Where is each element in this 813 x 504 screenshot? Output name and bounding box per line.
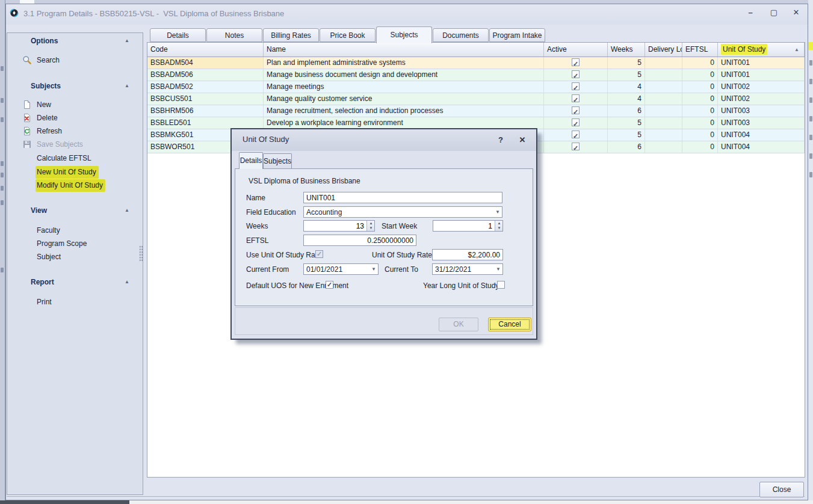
cell-name: Manage business document design and deve…	[264, 69, 544, 81]
cell-weeks: 5	[608, 129, 645, 141]
table-row[interactable]: BSBCUS501 Manage quality customer servic…	[147, 93, 805, 105]
cell-delivery-location	[645, 69, 682, 81]
eftsl-input[interactable]	[303, 235, 416, 246]
splitter-handle[interactable]	[139, 245, 143, 261]
active-checkbox[interactable]	[572, 82, 580, 90]
collapse-arrow-icon[interactable]: ▲	[123, 82, 131, 90]
close-button[interactable]: Close	[759, 482, 804, 497]
cell-eftsl: 0	[682, 141, 718, 153]
cell-eftsl: 0	[682, 81, 718, 93]
cell-code: BSBLED501	[147, 117, 264, 129]
dialog-tab-subjects[interactable]: Subjects	[263, 153, 292, 168]
weeks-stepper[interactable]	[303, 220, 375, 232]
default-uos-checkbox[interactable]	[326, 281, 333, 289]
sidebar-panel: Options ▲ Search Subjects ▲ New Delete	[7, 32, 143, 495]
section-header-options: Options	[31, 37, 58, 46]
cell-unit-of-study: UNIT002	[718, 93, 805, 105]
cell-weeks: 4	[608, 93, 645, 105]
screen: 3.1 Program Details - BSB50215-VSL - VSL…	[0, 0, 813, 504]
table-row[interactable]: BSBADM502 Manage meetings 4 0 UNIT002	[147, 81, 805, 93]
cell-active	[544, 129, 608, 141]
maximize-button[interactable]: ▢	[766, 7, 782, 19]
column-header-eftsl[interactable]: EFTSL	[682, 43, 718, 57]
table-header: Code Name Active Weeks Delivery Loca EFT…	[147, 43, 805, 57]
cell-delivery-location	[645, 141, 682, 153]
cell-unit-of-study: UNIT004	[718, 141, 805, 153]
highlighted-column-label: Unit Of Study	[721, 44, 767, 55]
tab-price-book[interactable]: Price Book	[320, 28, 376, 42]
dialog-titlebar: Unit Of Study ? ✕	[232, 129, 536, 151]
current-from-datepicker[interactable]: 01/01/2021 ▼	[303, 263, 379, 275]
table-row[interactable]: BSBLED501 Develop a workplace learning e…	[147, 117, 805, 129]
column-header-delivery-location[interactable]: Delivery Loca	[645, 43, 682, 57]
minimize-button[interactable]: –	[743, 7, 758, 19]
cell-weeks: 6	[608, 105, 645, 117]
save-icon	[22, 140, 32, 149]
column-header-code[interactable]: Code	[147, 43, 264, 57]
refresh-icon	[22, 126, 32, 136]
tab-details[interactable]: Details	[150, 28, 206, 42]
year-long-checkbox[interactable]	[497, 281, 505, 289]
active-checkbox[interactable]	[572, 58, 580, 66]
column-header-weeks[interactable]: Weeks	[608, 43, 645, 57]
field-education-dropdown[interactable]: Accounting ▼	[303, 206, 502, 218]
section-header-report: Report	[31, 278, 54, 287]
tab-notes[interactable]: Notes	[206, 28, 262, 42]
cell-active	[544, 93, 608, 105]
start-week-stepper[interactable]	[433, 220, 503, 232]
close-window-button[interactable]: ✕	[788, 7, 804, 19]
active-checkbox[interactable]	[572, 143, 580, 150]
window-titlebar: 3.1 Program Details - BSB50215-VSL - VSL…	[6, 4, 808, 25]
cell-unit-of-study: UNIT004	[718, 129, 805, 141]
cell-unit-of-study: UNIT003	[718, 105, 805, 117]
name-label: Name	[246, 193, 265, 203]
cell-code: BSBCUS501	[147, 93, 264, 105]
cell-unit-of-study: UNIT002	[718, 81, 805, 93]
active-checkbox[interactable]	[572, 94, 580, 102]
cell-delivery-location	[645, 93, 682, 105]
app-icon	[9, 8, 19, 18]
spinner-arrows-icon[interactable]	[495, 221, 502, 231]
tab-documents[interactable]: Documents	[433, 28, 489, 42]
active-checkbox[interactable]	[572, 106, 580, 114]
cell-name: Plan and implement administrative system…	[264, 57, 544, 69]
column-header-active[interactable]: Active	[544, 43, 608, 57]
spinner-arrows-icon[interactable]	[366, 221, 374, 231]
collapse-arrow-icon[interactable]: ▲	[123, 278, 131, 286]
table-row[interactable]: BSBADM506 Manage business document desig…	[147, 69, 805, 81]
cell-eftsl: 0	[682, 105, 718, 117]
section-header-subjects: Subjects	[31, 82, 61, 91]
current-from-label: Current From	[246, 265, 289, 274]
active-checkbox[interactable]	[572, 70, 580, 78]
program-name-label: VSL Diploma of Business Brisbane	[249, 176, 360, 186]
desktop-edge	[129, 500, 813, 504]
cell-code: BSBADM502	[147, 81, 264, 93]
rate-input[interactable]	[432, 249, 503, 260]
cell-eftsl: 0	[682, 129, 718, 141]
current-to-label: Current To	[385, 265, 418, 274]
tab-program-intake[interactable]: Program Intake	[489, 28, 545, 42]
column-header-name[interactable]: Name	[264, 43, 544, 57]
table-row[interactable]: BSBHRM506 Manage recruitment, selection …	[147, 105, 805, 117]
dialog-tab-details[interactable]: Details	[239, 152, 263, 169]
name-input[interactable]	[303, 192, 502, 203]
cell-active	[544, 141, 608, 153]
collapse-arrow-icon[interactable]: ▲	[123, 206, 131, 215]
close-icon[interactable]: ✕	[516, 134, 528, 146]
column-header-unit-of-study[interactable]: Unit Of Study ▲	[718, 43, 805, 57]
table-row[interactable]: BSBADM504 Plan and implement administrat…	[147, 57, 805, 69]
tab-subjects[interactable]: Subjects	[376, 26, 432, 43]
active-checkbox[interactable]	[572, 131, 580, 138]
active-checkbox[interactable]	[572, 118, 580, 126]
cell-weeks: 5	[608, 117, 645, 129]
taskbar-edge	[0, 500, 129, 504]
new-document-icon	[22, 100, 32, 109]
cell-active	[544, 57, 608, 69]
tab-billing-rates[interactable]: Billing Rates	[263, 28, 319, 42]
collapse-arrow-icon[interactable]: ▲	[123, 37, 131, 45]
current-to-datepicker[interactable]: 31/12/2021 ▼	[432, 263, 503, 275]
dialog-title: Unit Of Study	[243, 135, 289, 144]
search-icon	[22, 55, 32, 65]
cancel-button[interactable]: Cancel	[488, 318, 531, 331]
help-icon[interactable]: ?	[495, 134, 507, 146]
